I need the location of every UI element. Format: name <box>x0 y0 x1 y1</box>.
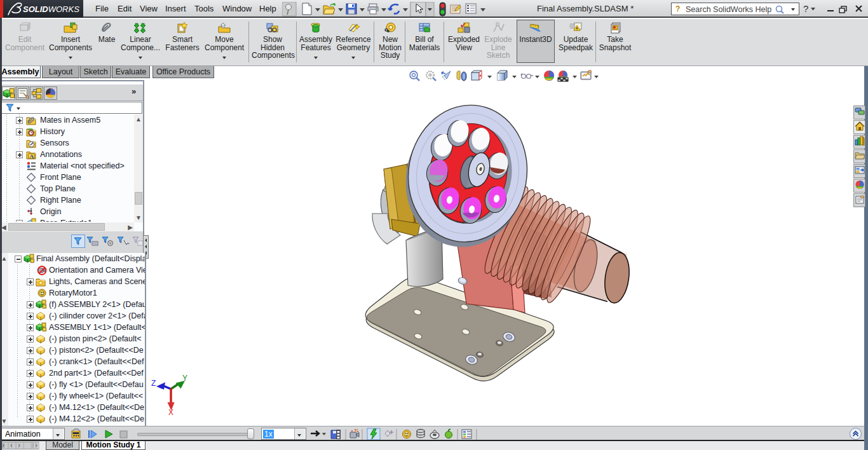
svg-text:?: ? <box>803 3 808 14</box>
svg-text:X: X <box>168 408 173 417</box>
svg-text:SOLIDWORKS: SOLIDWORKS <box>23 4 79 14</box>
svg-text:Y: Y <box>182 374 187 383</box>
svg-text:Z: Z <box>151 379 156 388</box>
